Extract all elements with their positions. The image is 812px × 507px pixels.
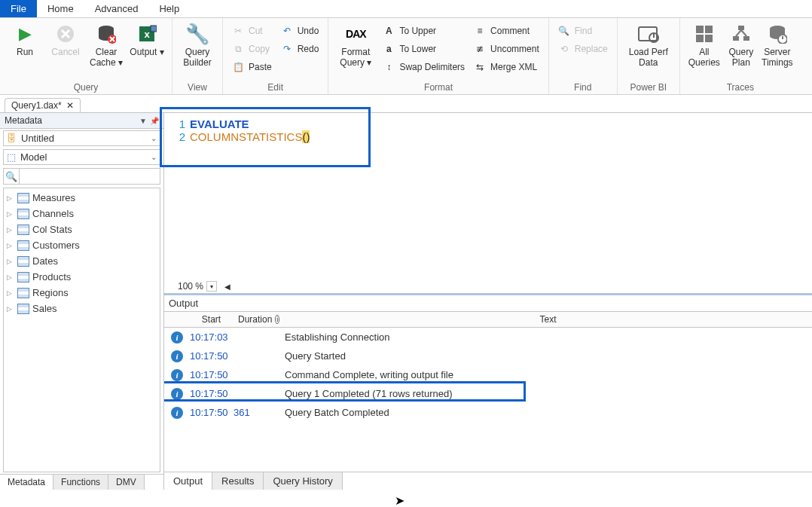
output-title: Output [164,294,812,312]
tab-output[interactable]: Output [164,472,212,490]
find-button[interactable]: 🔍Find [557,23,609,39]
database-name: Untitled [21,133,54,144]
zoom-dropdown-icon[interactable]: ▾ [206,281,217,292]
row-start: 10:17:50 [190,369,234,380]
metadata-title: Metadata [5,115,42,126]
query-plan-button[interactable]: Query Plan [724,21,759,78]
tab-dmv[interactable]: DMV [108,475,145,490]
col-start[interactable]: Start [190,312,234,327]
to-lower-button[interactable]: aTo Lower [381,41,466,57]
expand-icon[interactable]: ▷ [7,273,14,281]
table-item[interactable]: ▷Products [4,269,160,285]
row-start: 10:17:03 [190,331,234,343]
document-tab[interactable]: Query1.dax* ✕ [5,98,81,112]
menu-file[interactable]: File [0,0,37,17]
load-perf-button[interactable]: Load Perf Data [622,21,675,78]
table-icon [17,224,29,235]
database-combo[interactable]: 🗄 Untitled ⌄ [3,130,160,146]
tables-tree[interactable]: ▷Measures▷Channels▷Col Stats▷Customers▷D… [3,188,160,472]
find-label: Find [575,26,592,36]
dropdown-icon[interactable]: ▼ [139,117,147,125]
code-editor[interactable]: 1 2 EVALUATE COLUMNSTATISTICS() 100 % ▾ … [164,113,812,294]
swap-icon: ↕ [383,62,395,72]
play-icon: ▶ [14,23,36,45]
expand-icon[interactable]: ▷ [7,289,14,297]
output-body[interactable]: i10:17:03Establishing Connectioni10:17:5… [164,328,812,472]
clear-cache-button[interactable]: Clear Cache ▾ [86,21,127,78]
expand-icon[interactable]: ▷ [7,226,14,234]
cancel-icon [54,23,77,45]
expand-icon[interactable]: ▷ [7,258,14,265]
merge-xml-button[interactable]: ⇆Merge XML [472,59,541,75]
uncomment-icon: ≢ [474,44,486,54]
search-input[interactable] [20,168,160,185]
expand-icon[interactable]: ▷ [7,242,14,249]
run-button[interactable]: ▶ Run [5,21,45,78]
all-queries-button[interactable]: All Queries [685,21,724,78]
output-row[interactable]: i10:17:03Establishing Connection [164,328,812,347]
col-text[interactable]: Text [285,312,812,327]
menu-home[interactable]: Home [37,0,84,17]
tab-results[interactable]: Results [212,472,264,490]
col-duration[interactable]: Durationi [234,312,285,327]
table-item[interactable]: ▷Customers [4,237,160,253]
comment-label: Comment [490,26,530,36]
cancel-button[interactable]: Cancel [45,21,86,78]
menu-help[interactable]: Help [148,0,190,17]
query-builder-button[interactable]: 🔧 Query Builder [177,21,218,78]
tab-functions[interactable]: Functions [53,475,108,490]
model-combo[interactable]: ⬚ Model ⌄ [3,149,160,165]
output-header: Start Durationi Text [164,312,812,328]
table-label: Customers [32,240,80,251]
table-item[interactable]: ▷Dates [4,253,160,269]
copy-button[interactable]: ⧉Copy [230,41,273,57]
table-item[interactable]: ▷Regions [4,285,160,301]
table-item[interactable]: ▷Sales [4,301,160,316]
swap-delim-button[interactable]: ↕Swap Delimiters [381,59,466,75]
all-queries-icon [693,23,716,45]
metadata-title-bar: Metadata ▼ 📌 [0,113,163,129]
scroll-left-icon[interactable]: ◀ [224,283,230,291]
paste-icon: 📋 [232,62,244,72]
expand-icon[interactable]: ▷ [7,194,14,202]
tab-query-history[interactable]: Query History [264,472,342,490]
info-icon: i [275,315,279,324]
info-icon: i [171,331,183,344]
menu-advanced[interactable]: Advanced [84,0,149,17]
to-upper-button[interactable]: ATo Upper [381,23,466,39]
uncomment-button[interactable]: ≢Uncomment [472,41,541,57]
format-query-button[interactable]: DAX Format Query ▾ [333,21,378,78]
server-timings-button[interactable]: Server Timings [759,21,796,78]
uncomment-label: Uncomment [490,44,539,54]
undo-button[interactable]: ↶Undo [279,23,321,39]
output-row[interactable]: i10:17:50361Query Batch Completed [164,403,812,422]
timings-icon [766,23,789,45]
expand-icon[interactable]: ▷ [7,210,14,218]
database-icon [95,23,118,45]
clear-cache-label: Clear Cache ▾ [86,47,127,68]
close-icon[interactable]: ✕ [66,100,74,111]
svg-rect-16 [705,35,713,42]
database-icon: 🗄 [7,133,17,144]
cut-button[interactable]: ✂Cut [230,23,273,39]
zoom-value: 100 % [178,281,203,292]
output-tabs: Output Results Query History [164,472,812,490]
zoom-control[interactable]: 100 % ▾ ◀ [178,281,230,292]
redo-icon: ↷ [281,44,293,54]
redo-button[interactable]: ↷Redo [279,41,321,57]
table-item[interactable]: ▷Channels [4,206,160,221]
output-button[interactable]: x Output ▾ [127,21,167,78]
expand-icon[interactable]: ▷ [7,305,14,313]
output-row[interactable]: i10:17:50Query Started [164,347,812,365]
paste-button[interactable]: 📋Paste [230,59,273,75]
table-item[interactable]: ▷Col Stats [4,221,160,237]
info-icon: i [171,369,183,381]
comment-button[interactable]: ≡Comment [472,23,541,39]
table-item[interactable]: ▷Measures [4,190,160,206]
tab-metadata[interactable]: Metadata [0,475,53,490]
search-icon[interactable]: 🔍 [3,168,20,185]
svg-rect-19 [743,36,749,41]
group-label-format: Format [328,81,548,94]
pin-icon[interactable]: 📌 [150,117,159,125]
replace-button[interactable]: ⟲Replace [557,41,609,57]
